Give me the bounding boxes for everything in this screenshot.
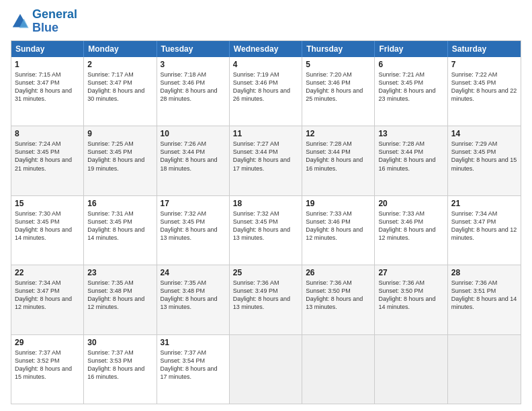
calendar-cell: 6 Sunrise: 7:21 AMSunset: 3:45 PMDayligh…	[375, 57, 447, 126]
calendar-cell: 22 Sunrise: 7:34 AMSunset: 3:47 PMDaylig…	[11, 265, 84, 334]
day-number: 21	[451, 199, 517, 208]
cell-info: Sunrise: 7:19 AMSunset: 3:46 PMDaylight:…	[233, 71, 298, 103]
calendar-body: 1 Sunrise: 7:15 AMSunset: 3:47 PMDayligh…	[11, 57, 521, 404]
day-number: 12	[306, 129, 371, 138]
day-number: 9	[87, 129, 152, 138]
calendar-cell: 25 Sunrise: 7:36 AMSunset: 3:49 PMDaylig…	[230, 265, 302, 334]
calendar-cell: 12 Sunrise: 7:28 AMSunset: 3:44 PMDaylig…	[302, 126, 375, 195]
cell-info: Sunrise: 7:18 AMSunset: 3:46 PMDaylight:…	[161, 71, 226, 103]
header-day-wednesday: Wednesday	[230, 41, 302, 57]
calendar-row-2: 8 Sunrise: 7:24 AMSunset: 3:45 PMDayligh…	[11, 126, 521, 195]
calendar-cell: 27 Sunrise: 7:36 AMSunset: 3:50 PMDaylig…	[375, 265, 447, 334]
calendar-cell	[375, 335, 447, 404]
logo-icon	[11, 12, 30, 31]
cell-info: Sunrise: 7:34 AMSunset: 3:47 PMDaylight:…	[451, 210, 517, 242]
day-number: 30	[87, 338, 152, 347]
day-number: 3	[161, 60, 226, 69]
logo-text: General Blue	[32, 8, 77, 35]
page: General Blue SundayMondayTuesdayWednesda…	[0, 0, 532, 411]
header: General Blue	[11, 8, 521, 35]
cell-info: Sunrise: 7:37 AMSunset: 3:52 PMDaylight:…	[15, 349, 80, 381]
cell-info: Sunrise: 7:36 AMSunset: 3:51 PMDaylight:…	[451, 279, 517, 312]
calendar-header: SundayMondayTuesdayWednesdayThursdayFrid…	[11, 41, 521, 57]
cell-info: Sunrise: 7:28 AMSunset: 3:44 PMDaylight:…	[306, 140, 371, 173]
cell-info: Sunrise: 7:36 AMSunset: 3:50 PMDaylight:…	[306, 279, 371, 312]
day-number: 7	[451, 60, 517, 69]
day-number: 29	[15, 338, 80, 347]
cell-info: Sunrise: 7:35 AMSunset: 3:48 PMDaylight:…	[161, 279, 226, 312]
cell-info: Sunrise: 7:17 AMSunset: 3:47 PMDaylight:…	[87, 71, 152, 103]
day-number: 15	[15, 199, 80, 208]
calendar-cell: 23 Sunrise: 7:35 AMSunset: 3:48 PMDaylig…	[84, 265, 157, 334]
cell-info: Sunrise: 7:26 AMSunset: 3:44 PMDaylight:…	[161, 140, 226, 173]
header-day-monday: Monday	[84, 41, 157, 57]
calendar-cell: 15 Sunrise: 7:30 AMSunset: 3:45 PMDaylig…	[11, 196, 84, 265]
header-day-tuesday: Tuesday	[157, 41, 230, 57]
day-number: 2	[87, 60, 152, 69]
calendar-cell: 3 Sunrise: 7:18 AMSunset: 3:46 PMDayligh…	[157, 57, 230, 126]
calendar-cell: 4 Sunrise: 7:19 AMSunset: 3:46 PMDayligh…	[230, 57, 302, 126]
day-number: 27	[378, 268, 443, 277]
day-number: 31	[161, 338, 226, 347]
header-day-saturday: Saturday	[448, 41, 521, 57]
calendar-cell: 14 Sunrise: 7:29 AMSunset: 3:45 PMDaylig…	[448, 126, 521, 195]
calendar-cell: 1 Sunrise: 7:15 AMSunset: 3:47 PMDayligh…	[11, 57, 84, 126]
calendar-cell: 30 Sunrise: 7:37 AMSunset: 3:53 PMDaylig…	[84, 335, 157, 404]
calendar-cell: 13 Sunrise: 7:28 AMSunset: 3:44 PMDaylig…	[375, 126, 447, 195]
cell-info: Sunrise: 7:37 AMSunset: 3:53 PMDaylight:…	[87, 349, 152, 381]
cell-info: Sunrise: 7:15 AMSunset: 3:47 PMDaylight:…	[15, 71, 80, 103]
header-day-friday: Friday	[375, 41, 447, 57]
cell-info: Sunrise: 7:36 AMSunset: 3:49 PMDaylight:…	[233, 279, 298, 312]
day-number: 16	[87, 199, 152, 208]
day-number: 25	[233, 268, 298, 277]
header-day-thursday: Thursday	[302, 41, 375, 57]
cell-info: Sunrise: 7:25 AMSunset: 3:45 PMDaylight:…	[87, 140, 152, 173]
day-number: 6	[378, 60, 443, 69]
calendar-cell: 20 Sunrise: 7:33 AMSunset: 3:46 PMDaylig…	[375, 196, 447, 265]
calendar-row-5: 29 Sunrise: 7:37 AMSunset: 3:52 PMDaylig…	[11, 334, 521, 404]
day-number: 10	[161, 129, 226, 138]
cell-info: Sunrise: 7:21 AMSunset: 3:45 PMDaylight:…	[378, 71, 443, 103]
calendar-cell: 29 Sunrise: 7:37 AMSunset: 3:52 PMDaylig…	[11, 335, 84, 404]
calendar-row-4: 22 Sunrise: 7:34 AMSunset: 3:47 PMDaylig…	[11, 265, 521, 334]
header-day-sunday: Sunday	[11, 41, 84, 57]
calendar-cell: 10 Sunrise: 7:26 AMSunset: 3:44 PMDaylig…	[157, 126, 230, 195]
day-number: 23	[87, 268, 152, 277]
day-number: 28	[451, 268, 517, 277]
calendar-cell	[448, 335, 521, 404]
cell-info: Sunrise: 7:32 AMSunset: 3:45 PMDaylight:…	[161, 210, 226, 242]
calendar-row-1: 1 Sunrise: 7:15 AMSunset: 3:47 PMDayligh…	[11, 57, 521, 126]
day-number: 24	[161, 268, 226, 277]
day-number: 13	[378, 129, 443, 138]
calendar-cell: 19 Sunrise: 7:33 AMSunset: 3:46 PMDaylig…	[302, 196, 375, 265]
calendar: SundayMondayTuesdayWednesdayThursdayFrid…	[11, 40, 521, 404]
calendar-cell: 9 Sunrise: 7:25 AMSunset: 3:45 PMDayligh…	[84, 126, 157, 195]
day-number: 26	[306, 268, 371, 277]
calendar-cell: 11 Sunrise: 7:27 AMSunset: 3:44 PMDaylig…	[230, 126, 302, 195]
cell-info: Sunrise: 7:37 AMSunset: 3:54 PMDaylight:…	[161, 349, 226, 381]
calendar-cell: 26 Sunrise: 7:36 AMSunset: 3:50 PMDaylig…	[302, 265, 375, 334]
day-number: 18	[233, 199, 298, 208]
cell-info: Sunrise: 7:20 AMSunset: 3:46 PMDaylight:…	[306, 71, 371, 103]
cell-info: Sunrise: 7:34 AMSunset: 3:47 PMDaylight:…	[15, 279, 80, 312]
cell-info: Sunrise: 7:30 AMSunset: 3:45 PMDaylight:…	[15, 210, 80, 242]
day-number: 5	[306, 60, 371, 69]
calendar-cell: 5 Sunrise: 7:20 AMSunset: 3:46 PMDayligh…	[302, 57, 375, 126]
cell-info: Sunrise: 7:35 AMSunset: 3:48 PMDaylight:…	[87, 279, 152, 312]
calendar-row-3: 15 Sunrise: 7:30 AMSunset: 3:45 PMDaylig…	[11, 195, 521, 265]
cell-info: Sunrise: 7:31 AMSunset: 3:45 PMDaylight:…	[87, 210, 152, 242]
calendar-cell: 17 Sunrise: 7:32 AMSunset: 3:45 PMDaylig…	[157, 196, 230, 265]
day-number: 20	[378, 199, 443, 208]
cell-info: Sunrise: 7:27 AMSunset: 3:44 PMDaylight:…	[233, 140, 298, 173]
cell-info: Sunrise: 7:33 AMSunset: 3:46 PMDaylight:…	[378, 210, 443, 242]
cell-info: Sunrise: 7:33 AMSunset: 3:46 PMDaylight:…	[306, 210, 371, 242]
cell-info: Sunrise: 7:32 AMSunset: 3:45 PMDaylight:…	[233, 210, 298, 242]
calendar-cell	[230, 335, 302, 404]
calendar-cell: 21 Sunrise: 7:34 AMSunset: 3:47 PMDaylig…	[448, 196, 521, 265]
cell-info: Sunrise: 7:36 AMSunset: 3:50 PMDaylight:…	[378, 279, 443, 312]
day-number: 17	[161, 199, 226, 208]
calendar-cell: 7 Sunrise: 7:22 AMSunset: 3:45 PMDayligh…	[448, 57, 521, 126]
calendar-cell: 24 Sunrise: 7:35 AMSunset: 3:48 PMDaylig…	[157, 265, 230, 334]
calendar-cell: 16 Sunrise: 7:31 AMSunset: 3:45 PMDaylig…	[84, 196, 157, 265]
day-number: 19	[306, 199, 371, 208]
